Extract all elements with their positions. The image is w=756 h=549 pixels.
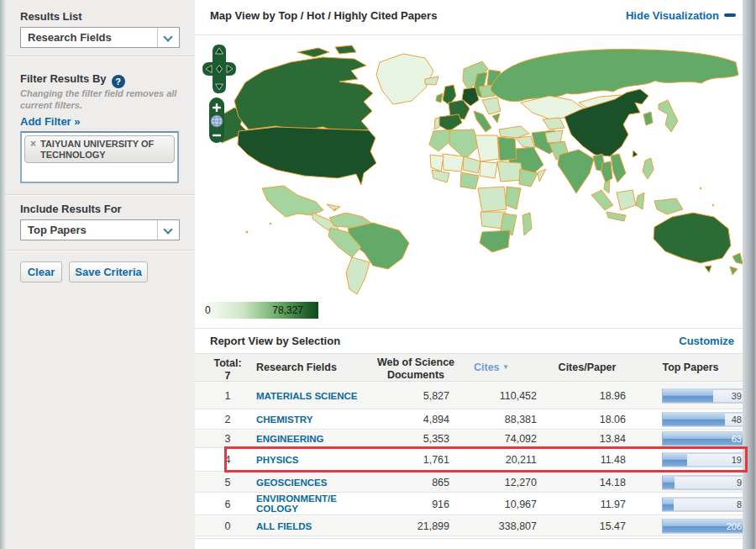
country-libya — [475, 135, 499, 161]
north-america-region — [212, 45, 438, 231]
field-link[interactable]: MATERIALS SCIENCE — [256, 390, 370, 401]
top-papers-bar[interactable]: 48 — [662, 413, 743, 427]
country-iraq-syria — [516, 136, 535, 148]
top-papers-bar[interactable]: 63 — [662, 432, 743, 446]
globe-icon — [211, 115, 223, 127]
field-link[interactable]: ENVIRONMENT/E COLOGY — [256, 494, 370, 515]
top-papers-bar[interactable]: 39 — [662, 388, 743, 403]
col-header-top-papers[interactable]: Top Papers — [648, 362, 732, 373]
island-cuba — [327, 204, 340, 211]
report-table: Total: 7 Research Fields Web of Science … — [195, 353, 743, 538]
oceania-region — [654, 213, 743, 275]
country-afghanistan — [545, 130, 563, 143]
row-rank: 5 — [202, 477, 254, 488]
cites-value: 88,381 — [451, 414, 537, 425]
country-new-zealand — [730, 253, 743, 275]
table-row: 0ALL FIELDS21,899338,80715.47206 — [195, 516, 743, 536]
save-criteria-button[interactable]: Save Criteria — [69, 261, 148, 282]
col-header-cites-per-paper[interactable]: Cites/Paper — [545, 362, 629, 373]
scrollbar[interactable] — [743, 0, 756, 549]
top-papers-bar[interactable]: 9 — [662, 475, 743, 489]
top-papers-bar-fill — [663, 454, 687, 467]
table-row: 5GEOSCIENCES86512,27014.189 — [195, 472, 743, 493]
country-thailand — [601, 161, 612, 182]
col-header-research-fields[interactable]: Research Fields — [256, 362, 370, 373]
top-papers-value: 9 — [737, 477, 742, 487]
filter-tag[interactable]: × TAIYUAN UNIVERSITY OF TECHNOLOGY — [24, 135, 175, 163]
top-papers-bar[interactable]: 206 — [662, 519, 743, 533]
island-tasmania — [705, 266, 711, 272]
chevron-down-icon[interactable] — [157, 220, 179, 240]
arctic-islands — [297, 45, 356, 57]
field-link[interactable]: ENGINEERING — [256, 434, 370, 445]
island-taiwan — [633, 150, 638, 157]
balkans — [482, 98, 501, 114]
active-filters-box[interactable]: × TAIYUAN UNIVERSITY OF TECHNOLOGY — [20, 131, 179, 183]
documents-value: 5,827 — [363, 390, 449, 402]
country-greece — [492, 113, 500, 123]
map-pan-control[interactable] — [202, 45, 236, 93]
guinea-region — [432, 170, 449, 182]
sidebar-divider — [6, 250, 195, 251]
cites-value: 10,967 — [451, 499, 537, 510]
map-view-title: Map View by Top / Hot / Highly Cited Pap… — [210, 9, 437, 22]
island-java — [606, 212, 626, 221]
country-south-korea — [643, 112, 653, 125]
country-canada — [234, 57, 373, 133]
field-link[interactable]: PHYSICS — [256, 455, 370, 466]
country-turkey — [499, 126, 529, 138]
country-spain — [438, 114, 462, 131]
remove-filter-icon[interactable]: × — [30, 138, 36, 160]
field-link[interactable]: ALL FIELDS — [256, 520, 370, 531]
add-filter-link[interactable]: Add Filter » — [20, 115, 81, 128]
cites-value: 338,807 — [451, 520, 537, 532]
field-link[interactable]: GEOSCIENCES — [256, 477, 370, 488]
top-papers-value: 48 — [732, 414, 742, 425]
country-japan — [659, 100, 678, 132]
top-papers-bar[interactable]: 19 — [662, 453, 743, 467]
sidebar: Results List Research Fields Filter Resu… — [0, 0, 195, 549]
cites-per-paper-value: 18.06 — [539, 414, 626, 425]
hide-visualization-link[interactable]: Hide Visualization — [626, 9, 719, 22]
country-niger — [463, 156, 480, 173]
results-list-dropdown[interactable]: Research Fields — [20, 27, 180, 48]
cites-value: 74,092 — [451, 433, 537, 445]
documents-value: 5,353 — [363, 433, 449, 445]
divider — [195, 328, 743, 329]
row-rank: 0 — [202, 520, 254, 532]
horn-of-africa — [538, 169, 546, 182]
col-header-total: Total: 7 — [202, 357, 254, 383]
col-header-cites[interactable]: Cites ▼ — [449, 362, 533, 373]
country-chad — [480, 161, 497, 178]
sidebar-divider — [6, 194, 195, 196]
top-papers-bar[interactable]: 8 — [662, 497, 743, 511]
cites-per-paper-value: 14.18 — [539, 477, 626, 488]
legend-max-value: 78,327 — [272, 304, 303, 316]
world-map[interactable] — [197, 37, 743, 299]
country-vietnam — [611, 154, 626, 182]
clear-button[interactable]: Clear — [20, 261, 62, 282]
island-sumatra — [591, 190, 613, 210]
customize-link[interactable]: Customize — [679, 335, 734, 347]
row-rank: 3 — [202, 433, 254, 445]
help-icon[interactable]: ? — [112, 75, 125, 88]
country-nigeria — [460, 172, 479, 189]
include-results-heading: Include Results For — [20, 203, 122, 215]
documents-value: 916 — [363, 499, 449, 510]
country-portugal — [434, 118, 439, 129]
country-australia — [654, 213, 731, 263]
results-list-heading: Results List — [20, 10, 82, 23]
documents-value: 4,894 — [363, 414, 449, 425]
cites-value: 20,211 — [451, 454, 537, 466]
country-south-africa — [480, 230, 510, 252]
cites-per-paper-value: 11.48 — [539, 454, 626, 466]
hide-minus-icon[interactable] — [724, 13, 736, 17]
country-argentina-chile — [346, 257, 370, 294]
legend-min-value: 0 — [205, 304, 211, 316]
sort-desc-icon: ▼ — [502, 363, 509, 371]
map-zoom-control[interactable] — [209, 98, 224, 143]
field-link[interactable]: CHEMISTRY — [256, 414, 370, 425]
include-results-dropdown[interactable]: Top Papers — [20, 219, 180, 240]
chevron-down-icon[interactable] — [157, 28, 179, 47]
row-rank: 6 — [202, 499, 254, 510]
